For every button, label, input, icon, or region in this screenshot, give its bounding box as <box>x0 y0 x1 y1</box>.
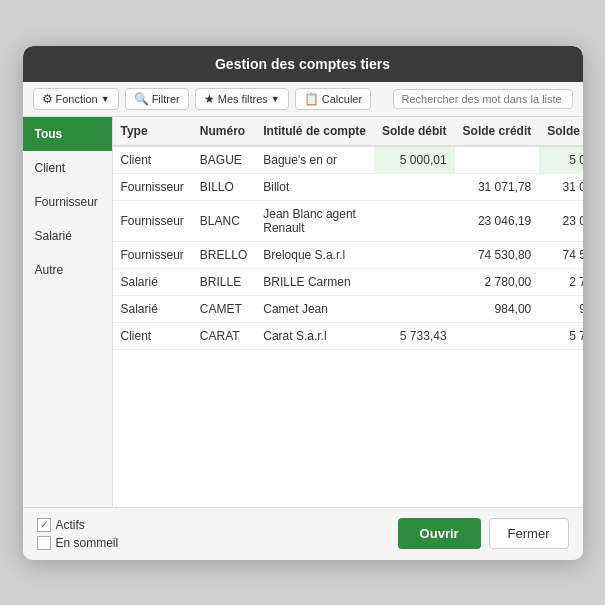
fonction-label: Fonction <box>56 93 98 105</box>
en-sommeil-label: En sommeil <box>56 536 119 550</box>
gear-icon: ⚙ <box>42 92 53 106</box>
actifs-check[interactable]: ✓ Actifs <box>37 518 119 532</box>
star-icon: ★ <box>204 92 215 106</box>
close-button[interactable]: Fermer <box>489 518 569 549</box>
titlebar: Gestion des comptes tiers <box>23 46 583 82</box>
col-solde-debit: Solde débit <box>374 117 455 146</box>
chevron-down-icon-2: ▼ <box>271 94 280 104</box>
toolbar: ⚙ Fonction ▼ 🔍 Filtrer ★ Mes filtres ▼ 📋… <box>23 82 583 117</box>
actifs-checkbox[interactable]: ✓ <box>37 518 51 532</box>
table-row[interactable]: SalariéCAMETCamet Jean984,00984,00 <box>113 295 583 322</box>
table-row[interactable]: FournisseurBILLOBillot31 071,7831 071,78 <box>113 173 583 200</box>
filtrer-button[interactable]: 🔍 Filtrer <box>125 88 189 110</box>
table-row[interactable]: ClientBAGUEBague's en or5 000,015 000,01 <box>113 146 583 174</box>
col-intitule: Intitulé de compte <box>255 117 374 146</box>
table-area: Type Numéro Intitulé de compte Solde déb… <box>113 117 583 507</box>
footer-buttons: Ouvrir Fermer <box>398 518 569 549</box>
sidebar-item-tous[interactable]: Tous <box>23 117 112 151</box>
calculer-label: Calculer <box>322 93 362 105</box>
col-numero: Numéro <box>192 117 255 146</box>
accounts-table: Type Numéro Intitulé de compte Solde déb… <box>113 117 583 350</box>
chevron-down-icon: ▼ <box>101 94 110 104</box>
footer-checkboxes: ✓ Actifs En sommeil <box>37 518 119 550</box>
mes-filtres-label: Mes filtres <box>218 93 268 105</box>
filtrer-label: Filtrer <box>152 93 180 105</box>
sidebar: Tous Client Fournisseur Salarié Autre <box>23 117 113 507</box>
table-row[interactable]: SalariéBRILLEBRILLE Carmen2 780,002 780,… <box>113 268 583 295</box>
window-title: Gestion des comptes tiers <box>215 56 390 72</box>
open-button[interactable]: Ouvrir <box>398 518 481 549</box>
sidebar-item-salarie[interactable]: Salarié <box>23 219 112 253</box>
table-row[interactable]: FournisseurBRELLOBreloque S.a.r.l74 530,… <box>113 241 583 268</box>
table-row[interactable]: ClientCARATCarat S.a.r.l5 733,435 733,43 <box>113 322 583 349</box>
col-type: Type <box>113 117 192 146</box>
sidebar-item-client[interactable]: Client <box>23 151 112 185</box>
search-icon: 🔍 <box>134 92 149 106</box>
fonction-button[interactable]: ⚙ Fonction ▼ <box>33 88 119 110</box>
en-sommeil-checkbox[interactable] <box>37 536 51 550</box>
sidebar-item-fournisseur[interactable]: Fournisseur <box>23 185 112 219</box>
main-window: Gestion des comptes tiers ⚙ Fonction ▼ 🔍… <box>23 46 583 560</box>
actifs-label: Actifs <box>56 518 85 532</box>
mes-filtres-button[interactable]: ★ Mes filtres ▼ <box>195 88 289 110</box>
col-solde-signe: Solde Signé <box>539 117 582 146</box>
table-row[interactable]: FournisseurBLANCJean Blanc agent Renault… <box>113 200 583 241</box>
sidebar-item-autre[interactable]: Autre <box>23 253 112 287</box>
calc-icon: 📋 <box>304 92 319 106</box>
en-sommeil-check[interactable]: En sommeil <box>37 536 119 550</box>
calculer-button[interactable]: 📋 Calculer <box>295 88 371 110</box>
col-solde-credit: Solde crédit <box>455 117 540 146</box>
footer: ✓ Actifs En sommeil Ouvrir Fermer <box>23 507 583 560</box>
search-input[interactable] <box>393 89 573 109</box>
main-content: Tous Client Fournisseur Salarié Autre Ty… <box>23 117 583 507</box>
